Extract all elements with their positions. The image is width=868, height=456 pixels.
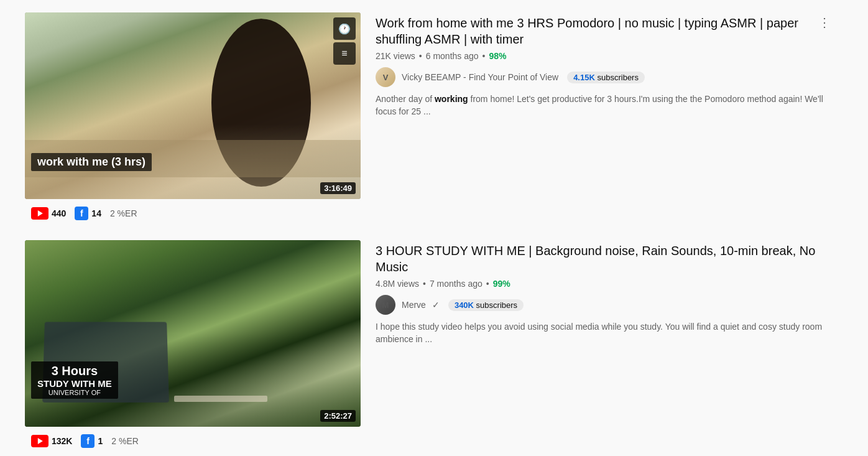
separator2: • <box>482 51 486 61</box>
verified-icon: ✓ <box>432 300 440 310</box>
social-stats: 440 f 14 2 %ER <box>25 207 833 220</box>
subscribers-label-val: subscribers <box>476 300 517 310</box>
separator: • <box>423 279 426 289</box>
duration-badge: 2:52:27 <box>320 410 356 422</box>
channel-avatar[interactable]: M <box>376 295 395 315</box>
top-right-icons: 🕐 ≡ <box>333 17 356 65</box>
youtube-stat: 132K <box>31 435 72 447</box>
thumb-overlay-text: 3 Hours STUDY WITH ME UNIVERSITY OF <box>31 361 118 399</box>
subscriber-count: 340K <box>455 300 474 310</box>
video-info: ⋮ Work from home with me 3 HRS Pomodoro … <box>376 12 833 118</box>
thumb-overlay-text: work with me (3 hrs) <box>31 153 152 171</box>
video-meta: 21K views • 6 months ago • 98% <box>376 51 833 61</box>
subscribers-badge: 340K subscribers <box>448 299 524 311</box>
video-title: 3 HOUR STUDY WITH ME | Background noise,… <box>376 243 833 275</box>
overlay-small: UNIVERSITY OF <box>37 389 112 396</box>
clock-icon[interactable]: 🕐 <box>333 17 356 40</box>
duration-badge: 3:16:49 <box>320 182 356 194</box>
video-meta: 4.8M views • 7 months ago • 99% <box>376 279 833 289</box>
view-count: 21K views <box>376 51 415 61</box>
youtube-count: 132K <box>52 436 72 446</box>
subscribers-badge: 4.15K subscribers <box>567 72 645 83</box>
separator: • <box>419 51 422 61</box>
like-percentage: 99% <box>493 279 510 289</box>
playlist-icon[interactable]: ≡ <box>333 42 356 65</box>
video-row: 🕐 ≡ work with me (3 hrs) 3:16:49 ⋮ Work … <box>25 12 833 199</box>
engagement-rate: 2 %ER <box>111 436 139 446</box>
video-list: 🕐 ≡ work with me (3 hrs) 3:16:49 ⋮ Work … <box>25 12 833 448</box>
video-card: 3 Hours STUDY WITH ME UNIVERSITY OF 2:52… <box>25 240 833 448</box>
posted-time: 6 months ago <box>426 51 479 61</box>
youtube-stat: 440 <box>31 207 66 220</box>
channel-name[interactable]: Vicky BEEAMP - Find Your Point of View <box>402 72 558 82</box>
subscribers-label-text: subscribers <box>597 73 638 82</box>
overlay-main: STUDY WITH ME <box>37 378 112 389</box>
social-stats: 132K f 1 2 %ER <box>25 434 833 448</box>
posted-time: 7 months ago <box>430 279 482 289</box>
facebook-icon: f <box>81 434 95 448</box>
video-info: 3 HOUR STUDY WITH ME | Background noise,… <box>376 240 833 345</box>
facebook-count: 14 <box>91 208 101 218</box>
youtube-count: 440 <box>52 208 66 218</box>
channel-row: M Merve ✓ 340K subscribers <box>376 295 833 315</box>
overlay-big: 3 Hours <box>37 364 112 378</box>
like-percentage: 98% <box>489 51 506 61</box>
channel-name[interactable]: Merve <box>402 300 426 310</box>
facebook-stat: f 14 <box>75 207 101 220</box>
youtube-icon <box>31 435 48 447</box>
channel-avatar[interactable]: V <box>376 67 395 87</box>
more-options-button[interactable]: ⋮ <box>816 12 833 32</box>
engagement-rate: 2 %ER <box>110 208 137 218</box>
facebook-icon: f <box>75 207 88 220</box>
video-title: Work from home with me 3 HRS Pomodoro | … <box>376 15 833 47</box>
thumbnail[interactable]: 3 Hours STUDY WITH ME UNIVERSITY OF 2:52… <box>25 240 361 427</box>
channel-row: V Vicky BEEAMP - Find Your Point of View… <box>376 67 833 87</box>
video-description: I hope this study video helps you avoid … <box>376 321 833 345</box>
video-card: 🕐 ≡ work with me (3 hrs) 3:16:49 ⋮ Work … <box>25 12 833 220</box>
youtube-icon <box>31 207 48 220</box>
facebook-count: 1 <box>98 436 103 446</box>
thumbnail[interactable]: 🕐 ≡ work with me (3 hrs) 3:16:49 <box>25 12 361 199</box>
video-row: 3 Hours STUDY WITH ME UNIVERSITY OF 2:52… <box>25 240 833 427</box>
separator2: • <box>486 279 489 289</box>
subscriber-count: 4.15K <box>573 73 595 82</box>
view-count: 4.8M views <box>376 279 419 289</box>
facebook-stat: f 1 <box>81 434 103 448</box>
video-description: Another day of working from home! Let's … <box>376 93 833 118</box>
